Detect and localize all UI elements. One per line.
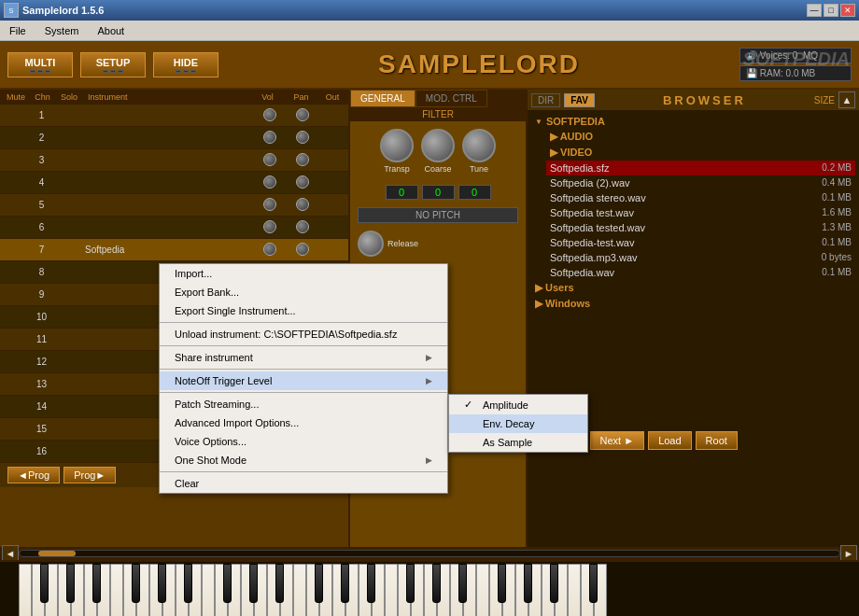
ctx-import[interactable]: Import... (160, 264, 447, 283)
browser-size-header: SIZE (814, 95, 835, 105)
list-item[interactable]: Softpedia.wav 0.1 MB (546, 265, 855, 280)
tune-label: Tune (470, 164, 488, 174)
release-knob[interactable] (358, 231, 384, 257)
file-size: 0.4 MB (822, 177, 852, 189)
hide-button[interactable]: HIDE (153, 52, 218, 77)
tab-general[interactable]: GENERAL (350, 90, 415, 107)
maximize-button[interactable]: □ (824, 4, 838, 17)
ctx-export-bank[interactable]: Export Bank... (160, 283, 447, 301)
titlebar-controls: — □ ✕ (807, 4, 855, 17)
piano-area: .piano-octave { display: flex; position:… (0, 560, 859, 616)
app-title: SAMPLELORD (226, 49, 732, 79)
context-menu: Import... Export Bank... Export Single I… (159, 263, 448, 494)
table-row[interactable]: 2 (0, 127, 348, 149)
next-button[interactable]: Next ► (590, 431, 645, 450)
coarse-knob[interactable] (421, 129, 455, 162)
ctrl-tabs: GENERAL MOD. CTRL (350, 90, 526, 107)
filter-label: FILTER (350, 107, 526, 121)
arrow-icon: ▶ (426, 376, 432, 385)
scroll-track[interactable] (19, 550, 840, 557)
arrow-icon: ▶ (426, 455, 432, 465)
ctx-advanced-import[interactable]: Advanced Import Options... (160, 413, 447, 432)
file-name: Softpedia.mp3.wav (550, 252, 638, 263)
browser-tab-dir[interactable]: DIR (531, 93, 560, 107)
scroll-thumb[interactable] (38, 551, 76, 556)
list-item[interactable]: Softpedia tested.wav 1.3 MB (546, 220, 855, 235)
ctx-separator (160, 392, 447, 393)
browser-header: DIR FAV BROWSER SIZE ▲ (528, 90, 859, 110)
root-folder[interactable]: ▼ SOFTPEDIA (531, 114, 855, 129)
ctx-voice-options[interactable]: Voice Options... (160, 432, 447, 451)
browser-tab-fav[interactable]: FAV (564, 93, 595, 107)
sub-env-decay[interactable]: Env. Decay (449, 414, 587, 433)
ctx-export-single[interactable]: Export Single Instrument... (160, 301, 447, 320)
browser-tree: ▼ SOFTPEDIA ▶ AUDIO ▶ VIDEO Softpedia.sf… (528, 110, 859, 427)
list-item[interactable]: Softpedia-test.wav 0.1 MB (546, 235, 855, 250)
list-item[interactable]: Softpedia stereo.wav 0.1 MB (546, 190, 855, 205)
list-item[interactable]: Softpedia.sfz 0.2 MB (546, 161, 855, 175)
windows-folder[interactable]: ▶ Windows (531, 296, 855, 312)
menu-system[interactable]: System (39, 23, 85, 38)
browser-scroll-up[interactable]: ▲ (838, 91, 855, 108)
col-out: Out (318, 91, 346, 103)
val1-display: 0 (386, 185, 418, 200)
root-button[interactable]: Root (696, 431, 738, 450)
ctx-share[interactable]: Share instrument▶ (160, 348, 447, 367)
sub-amplitude[interactable]: ✓ Amplitude (449, 395, 587, 414)
coarse-knob-group: Coarse (421, 129, 455, 174)
browser-panel: DIR FAV BROWSER SIZE ▲ ▼ SOFTPEDIA ▶ AUD… (528, 90, 859, 547)
table-row[interactable]: 5 (0, 194, 348, 217)
list-item[interactable]: ▶ VIDEO (546, 145, 855, 161)
file-size: 1.3 MB (822, 222, 852, 233)
ctrl-values: 0 0 0 (350, 181, 526, 203)
transp-knob-group: Transp (380, 129, 414, 174)
close-button[interactable]: ✕ (840, 4, 855, 17)
list-item[interactable]: Softpedia (2).wav 0.4 MB (546, 175, 855, 190)
ctx-one-shot[interactable]: One Shot Mode▶ (160, 451, 447, 469)
load-button[interactable]: Load (648, 431, 691, 450)
coarse-label: Coarse (424, 164, 451, 174)
menu-file[interactable]: File (4, 23, 32, 38)
browser-title: BROWSER (598, 93, 810, 107)
file-name: Softpedia-test.wav (550, 237, 635, 248)
tab-mod-ctrl[interactable]: MOD. CTRL (415, 90, 487, 107)
menu-about[interactable]: About (92, 23, 130, 38)
col-chn: Chn (31, 91, 54, 103)
users-folder-label: ▶ Users (535, 282, 574, 294)
minimize-button[interactable]: — (807, 4, 822, 17)
list-item[interactable]: Softpedia.mp3.wav 0 bytes (546, 250, 855, 265)
list-item[interactable]: Softpedia test.wav 1.6 MB (546, 205, 855, 220)
titlebar-left: S Samplelord 1.5.6 (4, 3, 104, 18)
table-row[interactable]: 1 (0, 105, 348, 127)
ctx-patch-streaming[interactable]: Patch Streaming... (160, 395, 447, 413)
users-folder[interactable]: ▶ Users (531, 280, 855, 296)
arrow-icon: ▼ (535, 118, 542, 126)
list-item[interactable]: ▶ AUDIO (546, 129, 855, 145)
horizontal-scrollbar[interactable]: ◄ ► (0, 547, 859, 560)
sub-as-sample[interactable]: As Sample (449, 433, 587, 452)
submenu: ✓ Amplitude Env. Decay As Sample (448, 394, 588, 453)
table-row[interactable]: 7Softpedia (0, 239, 348, 261)
file-name: Softpedia stereo.wav (550, 192, 646, 203)
col-mute: Mute (2, 91, 30, 103)
table-row[interactable]: 4 (0, 172, 348, 194)
multi-button[interactable]: MULTI (7, 52, 73, 77)
titlebar-title: Samplelord 1.5.6 (22, 5, 104, 16)
nopitch-button[interactable]: NO PITCH (358, 207, 518, 223)
transp-knob[interactable] (380, 129, 414, 162)
next-prog-button[interactable]: Prog► (63, 467, 116, 483)
ctx-noteoff[interactable]: NoteOff Trigger Level▶ (160, 371, 447, 390)
file-size: 0 bytes (822, 252, 852, 263)
table-row[interactable]: 3 (0, 149, 348, 172)
piano-keys: .piano-octave { display: flex; position:… (0, 562, 859, 616)
val3-display: 0 (458, 185, 491, 200)
tune-knob[interactable] (462, 129, 496, 162)
ctx-unload[interactable]: Unload instrument: C:\SOFTPEDIA\Softpedi… (160, 325, 447, 343)
prev-prog-button[interactable]: ◄Prog (7, 467, 60, 483)
ctrl-knobs: Transp Coarse Tune (350, 121, 526, 181)
windows-folder-label: ▶ Windows (535, 298, 590, 310)
menubar: File System About (0, 21, 859, 41)
ctx-clear[interactable]: Clear (160, 474, 447, 493)
setup-button[interactable]: SETUP (80, 52, 146, 77)
table-row[interactable]: 6 (0, 217, 348, 239)
